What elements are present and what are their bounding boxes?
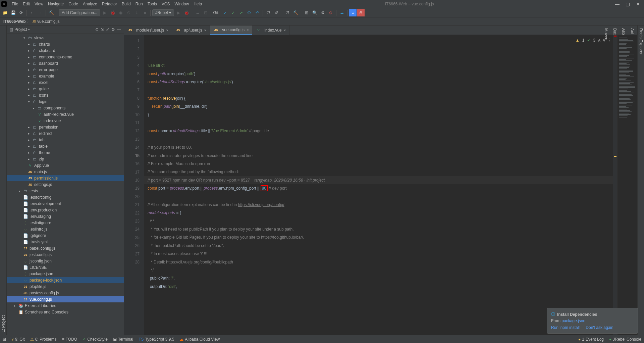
search-icon[interactable]: 🔍 — [311, 9, 318, 16]
close-icon[interactable]: × — [166, 28, 168, 32]
menu-refactor[interactable]: Refactor — [100, 2, 119, 6]
marker-bar[interactable] — [613, 35, 617, 335]
tree-item[interactable]: Vauth-redirect.vue — [7, 111, 124, 117]
menu-edit[interactable]: Edit — [20, 2, 32, 6]
plugin-icon[interactable]: 尚 — [357, 9, 365, 16]
vcs-push-icon[interactable]: ↗ — [237, 9, 245, 16]
tree-item[interactable]: ▸📚External Libraries — [7, 302, 124, 309]
status-typescript[interactable]: TSTypeScript 3.9.5 — [139, 337, 174, 342]
jrebel-cloud-icon[interactable]: ☁ — [194, 9, 201, 16]
build-icon[interactable]: 🔨 — [48, 9, 55, 16]
stopwatch-icon[interactable]: ⏱ — [284, 9, 291, 16]
expand-icon[interactable]: ⇲ — [101, 27, 104, 32]
tree-item[interactable]: ▸🗀tests — [7, 188, 124, 194]
tree-item[interactable]: {}package-lock.json — [7, 277, 124, 283]
chevron-down-icon[interactable]: ▾ — [28, 28, 30, 31]
tree-item[interactable]: JSsettings.js — [7, 181, 124, 188]
tree-item[interactable]: ▸🗀clipboard — [7, 47, 124, 54]
notif-source-link[interactable]: package.json — [561, 318, 585, 323]
jrebel-test-icon[interactable]: ⊡ — [202, 9, 209, 16]
profile-icon[interactable]: ⊙ — [125, 9, 132, 16]
editor-tab[interactable]: JSapi\user.js× — [172, 26, 210, 35]
menu-window[interactable]: Window — [172, 2, 191, 6]
hide-tool-windows-icon[interactable]: ⊟ — [3, 337, 6, 342]
tree-item[interactable]: ▸🗀zip — [7, 156, 124, 162]
tree-item[interactable]: 📄.travis.yml — [7, 239, 124, 245]
menu-help[interactable]: Help — [191, 2, 204, 6]
tree-item[interactable]: ▾🗀views — [7, 35, 124, 41]
status-notifications[interactable]: ●1Event Log — [578, 337, 604, 342]
tree-item[interactable]: JSpostcss.config.js — [7, 290, 124, 296]
maximize-button[interactable]: ▢ — [626, 1, 630, 7]
tree-item[interactable]: ▸🗀table — [7, 143, 124, 149]
vcs-update-icon[interactable]: ↙ — [221, 9, 229, 16]
attach-icon[interactable]: ⤓ — [133, 9, 141, 16]
notif-dont-ask[interactable]: Don't ask again — [586, 325, 613, 330]
tree-item[interactable]: Vindex.vue — [7, 117, 124, 124]
status-terminal[interactable]: ▣Terminal — [113, 337, 133, 342]
close-button[interactable]: ✕ — [636, 1, 640, 7]
collapse-icon[interactable]: ⤢ — [106, 27, 109, 32]
tree-item[interactable]: ▸🗀components-demo — [7, 54, 124, 60]
stop-icon[interactable]: ■ — [141, 9, 149, 16]
tree-item[interactable]: {}package.json — [7, 271, 124, 277]
close-icon[interactable]: × — [247, 28, 249, 32]
vcs-rollback-icon[interactable]: ↶ — [254, 9, 261, 16]
open-icon[interactable]: 📁 — [1, 9, 9, 16]
jrebel-selector[interactable]: JRebel▾ — [152, 9, 174, 16]
save-icon[interactable]: 💾 — [9, 9, 17, 16]
stop-all-icon[interactable]: ⊘ — [327, 9, 334, 16]
status-todo[interactable]: ≡TODO — [62, 337, 77, 342]
minimap[interactable] — [617, 35, 637, 335]
tree-item[interactable]: ▸🗀redirect — [7, 130, 124, 137]
tree-item[interactable]: VApp.vue — [7, 162, 124, 168]
project-tree[interactable]: ▾🗀views▸🗀charts▸🗀clipboard▸🗀components-d… — [7, 34, 124, 335]
status-git[interactable]: ⑂9: Git — [11, 337, 25, 342]
right-panel-redis-explorer[interactable]: Redis Explorer — [639, 28, 643, 332]
minimize-button[interactable]: — — [615, 1, 620, 7]
tree-item[interactable]: 📄LICENSE — [7, 264, 124, 271]
minimize-panel-icon[interactable]: — — [117, 27, 121, 32]
tree-item[interactable]: ▸🗀charts — [7, 41, 124, 47]
tree-item[interactable]: {}jsconfig.json — [7, 258, 124, 264]
status-checkstyle[interactable]: ✓CheckStyle — [83, 337, 108, 342]
notif-run-install[interactable]: Run 'npm install' — [551, 325, 580, 330]
tree-item[interactable]: ▸🗀excel — [7, 79, 124, 86]
menu-code[interactable]: Code — [66, 2, 80, 6]
more-icon[interactable]: ⋮ — [608, 36, 612, 44]
tree-item[interactable]: {}.eslintignore — [7, 219, 124, 226]
status-problems[interactable]: ⚠6: Problems — [30, 337, 57, 342]
tree-item[interactable]: ▸🗀theme — [7, 149, 124, 156]
vcs-history-icon[interactable]: ⏲ — [246, 9, 253, 16]
editor-tab[interactable]: JSvue.config.js× — [210, 26, 252, 35]
tree-item[interactable]: 📄.editorconfig — [7, 194, 124, 200]
tree-item[interactable]: ▸🗀error-page — [7, 66, 124, 73]
prev-highlight-icon[interactable]: ʌ — [598, 36, 600, 44]
editor-tab[interactable]: Vindex.vue× — [252, 26, 289, 35]
inspections-widget[interactable]: ▲1 ✓3 ʌ v ⋮ — [576, 36, 612, 44]
tree-item[interactable]: ▸🗀permission — [7, 124, 124, 130]
tree-item[interactable]: JSjest.config.js — [7, 251, 124, 258]
breadcrumb-file[interactable]: vue.config.js — [37, 19, 60, 24]
translate-icon[interactable]: G — [349, 9, 357, 16]
vcs-commit-icon[interactable]: ✓ — [229, 9, 237, 16]
editor-tab[interactable]: JSmodules\user.js× — [124, 26, 172, 35]
tree-item[interactable]: JSplopfile.js — [7, 283, 124, 290]
code-editor[interactable]: ▲1 ✓3 ʌ v ⋮ 'use strict'const path = req… — [144, 35, 613, 335]
hammer-icon[interactable]: 🔨 — [292, 9, 299, 16]
tree-item[interactable]: 📋Scratches and Consoles — [7, 309, 124, 315]
tree-item[interactable]: ▾🗀login — [7, 98, 124, 105]
tree-item[interactable]: JSbabel.config.js — [7, 245, 124, 251]
revert-icon[interactable]: ↺ — [273, 9, 280, 16]
tree-item[interactable]: JSvue.config.js — [7, 296, 124, 302]
run-icon[interactable]: ▶ — [101, 9, 108, 16]
select-opened-icon[interactable]: ⊙ — [95, 27, 99, 32]
menu-file[interactable]: File — [9, 2, 20, 6]
debug-icon[interactable]: 🐞 — [109, 9, 116, 16]
tree-item[interactable]: 📄.env.development — [7, 200, 124, 207]
sync-icon[interactable]: ⟳ — [17, 9, 25, 16]
run-config-selector[interactable]: Add Configuration... — [59, 9, 100, 16]
menu-vcs[interactable]: VCS — [159, 2, 172, 6]
tree-item[interactable]: 📄.env.production — [7, 207, 124, 213]
menu-navigate[interactable]: Navigate — [46, 2, 66, 6]
